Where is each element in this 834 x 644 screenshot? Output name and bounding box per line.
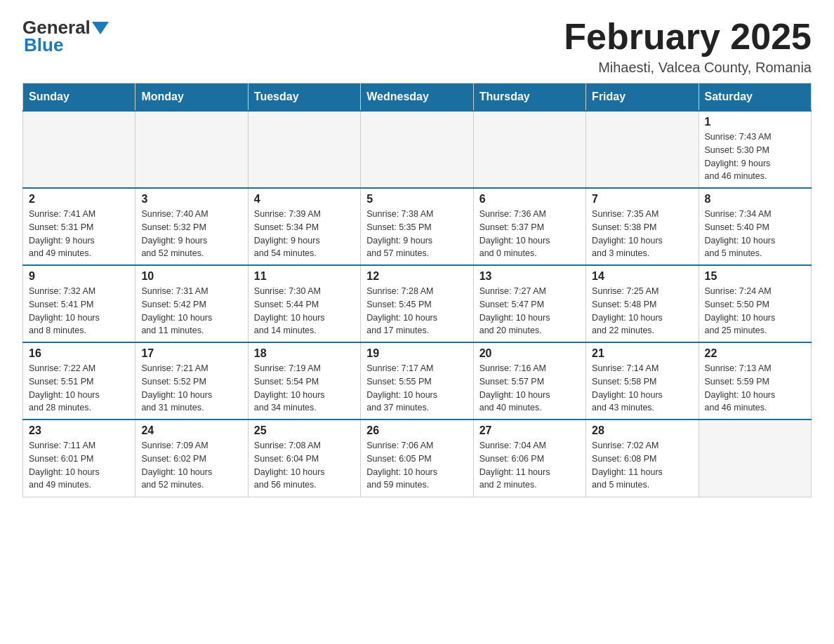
day-number: 8	[705, 193, 805, 206]
calendar-cell: 17Sunrise: 7:21 AMSunset: 5:52 PMDayligh…	[135, 342, 248, 420]
calendar-cell: 24Sunrise: 7:09 AMSunset: 6:02 PMDayligh…	[135, 420, 248, 497]
calendar-cell	[699, 420, 811, 497]
col-sunday: Sunday	[23, 83, 135, 112]
calendar-cell: 23Sunrise: 7:11 AMSunset: 6:01 PMDayligh…	[23, 420, 135, 497]
day-info: Sunrise: 7:06 AMSunset: 6:05 PMDaylight:…	[366, 439, 467, 492]
day-number: 17	[141, 347, 241, 360]
day-number: 13	[479, 270, 580, 283]
day-number: 5	[366, 193, 467, 206]
calendar-cell: 27Sunrise: 7:04 AMSunset: 6:06 PMDayligh…	[473, 420, 585, 497]
calendar-week-row: 9Sunrise: 7:32 AMSunset: 5:41 PMDaylight…	[23, 265, 812, 342]
day-number: 20	[479, 347, 580, 360]
day-info: Sunrise: 7:11 AMSunset: 6:01 PMDaylight:…	[29, 439, 129, 492]
day-info: Sunrise: 7:36 AMSunset: 5:37 PMDaylight:…	[479, 208, 580, 260]
day-info: Sunrise: 7:38 AMSunset: 5:35 PMDaylight:…	[366, 208, 467, 260]
calendar-cell: 20Sunrise: 7:16 AMSunset: 5:57 PMDayligh…	[473, 342, 585, 420]
calendar-week-row: 1Sunrise: 7:43 AMSunset: 5:30 PMDaylight…	[23, 111, 812, 188]
day-info: Sunrise: 7:17 AMSunset: 5:55 PMDaylight:…	[366, 362, 467, 415]
calendar-cell: 12Sunrise: 7:28 AMSunset: 5:45 PMDayligh…	[361, 265, 473, 342]
col-tuesday: Tuesday	[248, 83, 360, 112]
day-info: Sunrise: 7:13 AMSunset: 5:59 PMDaylight:…	[705, 362, 805, 415]
calendar-cell	[135, 111, 248, 188]
logo-triangle-icon	[92, 22, 109, 34]
day-number: 26	[366, 424, 467, 437]
calendar-table: Sunday Monday Tuesday Wednesday Thursday…	[22, 83, 812, 497]
calendar-cell	[586, 111, 699, 188]
calendar-cell: 22Sunrise: 7:13 AMSunset: 5:59 PMDayligh…	[699, 342, 811, 420]
day-number: 14	[592, 270, 692, 283]
logo: General Blue	[22, 17, 110, 56]
day-number: 9	[29, 270, 129, 283]
day-number: 24	[141, 424, 241, 437]
day-number: 23	[29, 424, 129, 437]
day-info: Sunrise: 7:21 AMSunset: 5:52 PMDaylight:…	[141, 362, 241, 415]
calendar-cell: 14Sunrise: 7:25 AMSunset: 5:48 PMDayligh…	[586, 265, 699, 342]
day-info: Sunrise: 7:35 AMSunset: 5:38 PMDaylight:…	[592, 208, 692, 260]
col-wednesday: Wednesday	[361, 83, 473, 112]
day-number: 21	[592, 347, 692, 360]
calendar-cell: 15Sunrise: 7:24 AMSunset: 5:50 PMDayligh…	[699, 265, 811, 342]
day-number: 19	[366, 347, 467, 360]
calendar-cell: 5Sunrise: 7:38 AMSunset: 5:35 PMDaylight…	[361, 188, 473, 265]
day-number: 11	[254, 270, 355, 283]
calendar-cell: 25Sunrise: 7:08 AMSunset: 6:04 PMDayligh…	[248, 420, 360, 497]
day-number: 3	[141, 193, 241, 206]
day-number: 15	[705, 270, 805, 283]
calendar-week-row: 16Sunrise: 7:22 AMSunset: 5:51 PMDayligh…	[23, 342, 812, 420]
calendar-week-row: 2Sunrise: 7:41 AMSunset: 5:31 PMDaylight…	[23, 188, 812, 265]
day-number: 7	[592, 193, 692, 206]
calendar-cell	[473, 111, 585, 188]
col-thursday: Thursday	[473, 83, 585, 112]
day-info: Sunrise: 7:43 AMSunset: 5:30 PMDaylight:…	[705, 130, 805, 183]
location-text: Mihaesti, Valcea County, Romania	[564, 60, 812, 76]
calendar-cell: 26Sunrise: 7:06 AMSunset: 6:05 PMDayligh…	[361, 420, 473, 497]
day-info: Sunrise: 7:40 AMSunset: 5:32 PMDaylight:…	[141, 208, 241, 260]
calendar-cell: 10Sunrise: 7:31 AMSunset: 5:42 PMDayligh…	[135, 265, 248, 342]
calendar-cell: 16Sunrise: 7:22 AMSunset: 5:51 PMDayligh…	[23, 342, 135, 420]
day-number: 27	[479, 424, 580, 437]
day-number: 16	[29, 347, 129, 360]
calendar-cell: 7Sunrise: 7:35 AMSunset: 5:38 PMDaylight…	[586, 188, 699, 265]
calendar-cell: 1Sunrise: 7:43 AMSunset: 5:30 PMDaylight…	[699, 111, 811, 188]
day-number: 2	[29, 193, 129, 206]
day-info: Sunrise: 7:14 AMSunset: 5:58 PMDaylight:…	[592, 362, 692, 415]
col-friday: Friday	[586, 83, 699, 112]
title-block: February 2025 Mihaesti, Valcea County, R…	[564, 17, 812, 76]
day-info: Sunrise: 7:22 AMSunset: 5:51 PMDaylight:…	[29, 362, 129, 415]
day-number: 6	[479, 193, 580, 206]
day-info: Sunrise: 7:34 AMSunset: 5:40 PMDaylight:…	[705, 208, 805, 260]
calendar-cell	[361, 111, 473, 188]
col-monday: Monday	[135, 83, 248, 112]
day-info: Sunrise: 7:32 AMSunset: 5:41 PMDaylight:…	[29, 285, 129, 337]
calendar-cell: 8Sunrise: 7:34 AMSunset: 5:40 PMDaylight…	[699, 188, 811, 265]
calendar-cell: 6Sunrise: 7:36 AMSunset: 5:37 PMDaylight…	[473, 188, 585, 265]
calendar-cell: 2Sunrise: 7:41 AMSunset: 5:31 PMDaylight…	[23, 188, 135, 265]
calendar-cell: 3Sunrise: 7:40 AMSunset: 5:32 PMDaylight…	[135, 188, 248, 265]
calendar-cell: 18Sunrise: 7:19 AMSunset: 5:54 PMDayligh…	[248, 342, 360, 420]
calendar-cell: 13Sunrise: 7:27 AMSunset: 5:47 PMDayligh…	[473, 265, 585, 342]
day-number: 25	[254, 424, 355, 437]
day-number: 12	[366, 270, 467, 283]
day-info: Sunrise: 7:39 AMSunset: 5:34 PMDaylight:…	[254, 208, 355, 260]
logo-blue-text: Blue	[24, 34, 63, 55]
day-info: Sunrise: 7:24 AMSunset: 5:50 PMDaylight:…	[705, 285, 805, 337]
day-info: Sunrise: 7:09 AMSunset: 6:02 PMDaylight:…	[141, 439, 241, 492]
calendar-cell	[23, 111, 135, 188]
calendar-cell	[248, 111, 360, 188]
day-info: Sunrise: 7:31 AMSunset: 5:42 PMDaylight:…	[141, 285, 241, 337]
day-number: 18	[254, 347, 355, 360]
col-saturday: Saturday	[699, 83, 811, 112]
day-info: Sunrise: 7:25 AMSunset: 5:48 PMDaylight:…	[592, 285, 692, 337]
calendar-cell: 19Sunrise: 7:17 AMSunset: 5:55 PMDayligh…	[361, 342, 473, 420]
day-info: Sunrise: 7:28 AMSunset: 5:45 PMDaylight:…	[366, 285, 467, 337]
day-info: Sunrise: 7:19 AMSunset: 5:54 PMDaylight:…	[254, 362, 355, 415]
day-number: 22	[705, 347, 805, 360]
calendar-cell: 11Sunrise: 7:30 AMSunset: 5:44 PMDayligh…	[248, 265, 360, 342]
day-info: Sunrise: 7:04 AMSunset: 6:06 PMDaylight:…	[479, 439, 580, 492]
day-number: 1	[705, 116, 805, 128]
calendar-cell: 4Sunrise: 7:39 AMSunset: 5:34 PMDaylight…	[248, 188, 360, 265]
page-header: General Blue February 2025 Mihaesti, Val…	[22, 17, 812, 76]
day-info: Sunrise: 7:27 AMSunset: 5:47 PMDaylight:…	[479, 285, 580, 337]
calendar-cell: 21Sunrise: 7:14 AMSunset: 5:58 PMDayligh…	[586, 342, 699, 420]
calendar-cell: 28Sunrise: 7:02 AMSunset: 6:08 PMDayligh…	[586, 420, 699, 497]
